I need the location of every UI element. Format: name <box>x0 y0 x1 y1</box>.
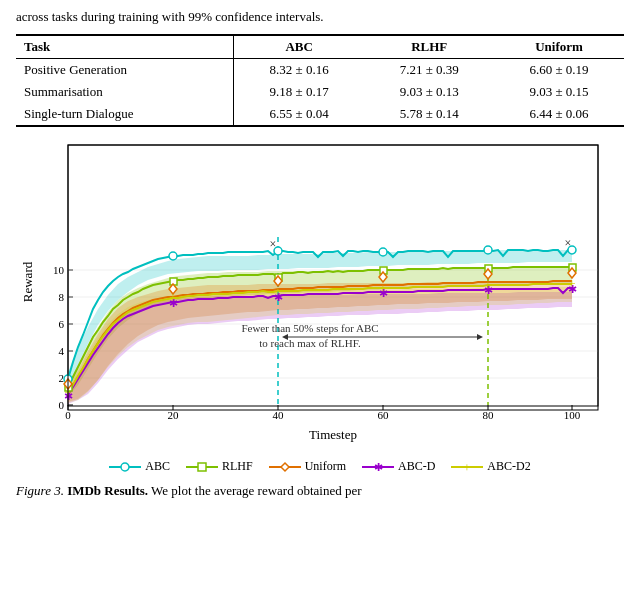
table-row: Single-turn Dialogue 6.55 ± 0.04 5.78 ± … <box>16 103 624 126</box>
cell-uniform: 9.03 ± 0.15 <box>494 81 624 103</box>
table-row: Summarisation 9.18 ± 0.17 9.03 ± 0.13 9.… <box>16 81 624 103</box>
annotation-text-line1: Fewer than 50% steps for ABC <box>241 322 378 334</box>
svg-text:+: + <box>464 460 471 474</box>
y-tick: 10 <box>53 264 65 276</box>
legend-item-uniform: Uniform <box>269 459 346 474</box>
y-tick: 8 <box>59 291 65 303</box>
abc-marker <box>169 252 177 260</box>
abcd2-marker: + <box>568 276 575 291</box>
legend-line-abcd: ✱ <box>362 460 394 474</box>
cell-abc: 6.55 ± 0.04 <box>234 103 365 126</box>
abcd2-marker: + <box>484 278 491 293</box>
x-tick: 40 <box>273 409 285 421</box>
col-header-task: Task <box>16 35 234 59</box>
legend-item-abc: ABC <box>109 459 170 474</box>
cell-task: Positive Generation <box>16 59 234 82</box>
legend-label-abc: ABC <box>145 459 170 474</box>
y-tick: 4 <box>59 345 65 357</box>
col-header-uniform: Uniform <box>494 35 624 59</box>
svg-rect-22 <box>198 463 206 471</box>
intro-text: across tasks during training with 99% co… <box>16 8 624 26</box>
col-header-abc: ABC <box>234 35 365 59</box>
abcd2-marker: + <box>274 284 281 299</box>
abcd2-marker: + <box>169 290 176 305</box>
svg-text:✱: ✱ <box>374 461 383 473</box>
legend-item-abcd: ✱ ABC-D <box>362 459 435 474</box>
cell-rlhf: 9.03 ± 0.13 <box>364 81 494 103</box>
legend-label-abcd2: ABC-D2 <box>487 459 530 474</box>
chart-legend: ABC RLHF Uniform ✱ ABC-D + ABC-D2 <box>16 459 624 474</box>
cell-rlhf: 5.78 ± 0.14 <box>364 103 494 126</box>
legend-label-uniform: Uniform <box>305 459 346 474</box>
chart-container: Reward Timestep 0 2 4 6 8 10 0 20 40 60 <box>16 137 624 451</box>
legend-line-uniform <box>269 460 301 474</box>
x-axis-label: Timestep <box>309 427 357 442</box>
legend-item-abcd2: + ABC-D2 <box>451 459 530 474</box>
reward-chart: Reward Timestep 0 2 4 6 8 10 0 20 40 60 <box>16 137 624 447</box>
legend-item-rlhf: RLHF <box>186 459 253 474</box>
cell-abc: 9.18 ± 0.17 <box>234 81 365 103</box>
table-row: Positive Generation 8.32 ± 0.16 7.21 ± 0… <box>16 59 624 82</box>
y-tick: 2 <box>59 372 65 384</box>
y-tick: 6 <box>59 318 65 330</box>
legend-label-rlhf: RLHF <box>222 459 253 474</box>
caption-bold: IMDb Results. <box>67 483 148 498</box>
svg-point-20 <box>121 463 129 471</box>
annotation-text-line2: to reach max of RLHF. <box>259 337 361 349</box>
figure-number: Figure 3. <box>16 483 64 498</box>
x-tick: 60 <box>378 409 390 421</box>
x-tick: 80 <box>483 409 495 421</box>
caption-text: We plot the average reward obtained per <box>151 483 361 498</box>
x-tick: 0 <box>65 409 71 421</box>
cell-uniform: 6.60 ± 0.19 <box>494 59 624 82</box>
abcd2-marker: + <box>379 281 386 296</box>
legend-line-abcd2: + <box>451 460 483 474</box>
col-header-rlhf: RLHF <box>364 35 494 59</box>
abc-marker <box>484 246 492 254</box>
abc-x-marker2: × <box>565 236 572 250</box>
legend-line-abc <box>109 460 141 474</box>
cell-task: Single-turn Dialogue <box>16 103 234 126</box>
cell-task: Summarisation <box>16 81 234 103</box>
x-tick: 100 <box>564 409 581 421</box>
x-tick: 20 <box>168 409 180 421</box>
results-table: Task ABC RLHF Uniform Positive Generatio… <box>16 34 624 127</box>
y-axis-label: Reward <box>20 261 35 302</box>
legend-line-rlhf <box>186 460 218 474</box>
cell-abc: 8.32 ± 0.16 <box>234 59 365 82</box>
abc-marker <box>379 248 387 256</box>
legend-label-abcd: ABC-D <box>398 459 435 474</box>
svg-marker-24 <box>281 463 289 471</box>
abc-x-marker: × <box>270 237 277 251</box>
figure-caption: Figure 3. IMDb Results. We plot the aver… <box>16 482 624 500</box>
cell-uniform: 6.44 ± 0.06 <box>494 103 624 126</box>
cell-rlhf: 7.21 ± 0.39 <box>364 59 494 82</box>
